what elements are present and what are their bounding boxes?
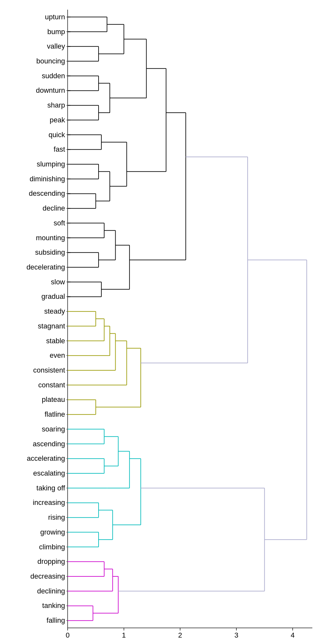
chart-container	[0, 0, 322, 644]
dendrogram-canvas	[0, 0, 322, 644]
